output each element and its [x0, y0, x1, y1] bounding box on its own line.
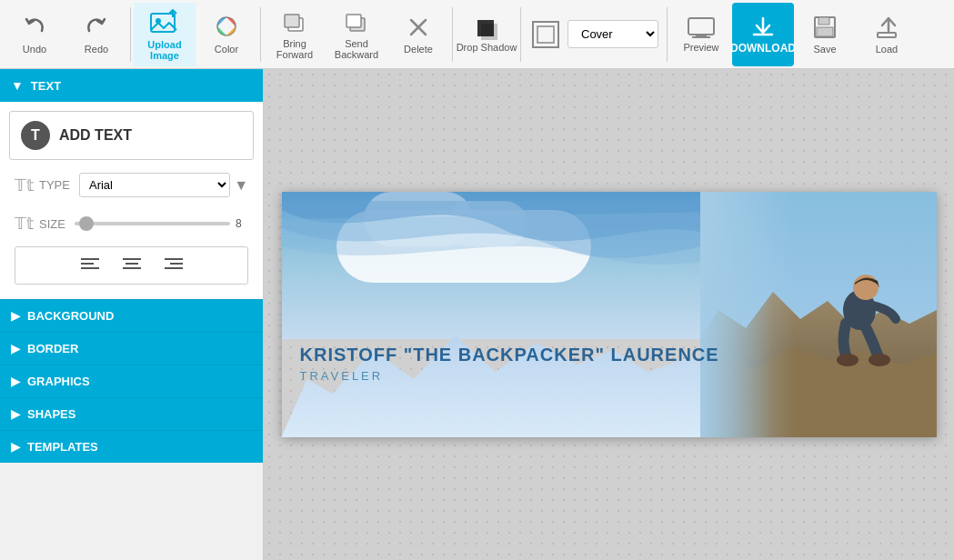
- shapes-section-header[interactable]: ▶ SHAPES: [0, 397, 263, 430]
- save-icon: [812, 15, 838, 40]
- person-silhouette: [837, 275, 896, 366]
- svg-rect-30: [700, 192, 937, 437]
- delete-button[interactable]: Delete: [387, 3, 449, 66]
- svg-rect-11: [481, 24, 497, 40]
- chevron-right-icon-bg: ▶: [11, 309, 20, 323]
- templates-section-header[interactable]: ▶ TEMPLATES: [0, 430, 263, 463]
- graphics-section-header[interactable]: ▶ GRAPHICS: [0, 365, 263, 397]
- send-backward-button[interactable]: Send Backward: [326, 3, 387, 66]
- toolbar: Undo Redo Upload Image Color: [0, 0, 954, 69]
- card-text-area: KRISTOFF "THE BACKPACKER" LAURENCE TRAVE…: [300, 345, 719, 383]
- undo-icon: [22, 15, 47, 40]
- upload-image-icon: [149, 8, 180, 35]
- rocks-svg: [700, 192, 937, 437]
- chevron-down-icon: ▼: [11, 78, 24, 93]
- add-text-button[interactable]: T ADD TEXT: [9, 111, 254, 160]
- svg-point-33: [837, 354, 859, 366]
- bring-forward-button[interactable]: Bring Forward: [264, 3, 326, 66]
- type-row: 𝕋𝕥 TYPE Arial Times New Roman Helvetica …: [9, 169, 254, 201]
- chevron-right-icon-shapes: ▶: [11, 407, 20, 421]
- load-button[interactable]: Load: [856, 3, 918, 66]
- svg-rect-7: [346, 15, 361, 27]
- preview-button[interactable]: Preview: [670, 3, 732, 66]
- size-tt-icon: 𝕋𝕥: [15, 214, 34, 234]
- card-name: KRISTOFF "THE BACKPACKER" LAURENCE: [300, 345, 719, 365]
- upload-image-button[interactable]: Upload Image: [134, 3, 196, 66]
- chevron-right-icon-border: ▶: [11, 342, 20, 355]
- align-left-icon: [81, 256, 99, 271]
- color-button[interactable]: Color: [196, 3, 257, 66]
- type-tt-icon: 𝕋𝕥: [15, 175, 34, 195]
- svg-point-34: [869, 354, 890, 366]
- svg-rect-0: [151, 14, 175, 32]
- toolbar-separator-5: [667, 7, 668, 62]
- size-value: 8: [236, 217, 248, 230]
- text-icon: T: [21, 121, 50, 150]
- chevron-right-icon-templates: ▶: [11, 440, 20, 454]
- svg-rect-19: [817, 27, 833, 36]
- toolbar-separator-4: [520, 7, 521, 62]
- toolbar-separator-1: [130, 7, 131, 62]
- photo-blend-overlay: [700, 192, 773, 437]
- drop-shadow-button[interactable]: Drop Shadow: [456, 3, 517, 66]
- bring-forward-icon: [281, 9, 308, 35]
- size-row: 𝕋𝕥 SIZE 8: [9, 210, 254, 237]
- undo-button[interactable]: Undo: [4, 3, 65, 66]
- card-subtitle: TRAVELER: [300, 369, 719, 383]
- size-slider[interactable]: [75, 222, 230, 225]
- toolbar-separator-3: [452, 7, 453, 62]
- frame-icon: [529, 18, 562, 51]
- delete-icon: [406, 15, 431, 40]
- svg-rect-12: [533, 22, 558, 47]
- svg-rect-5: [285, 15, 299, 27]
- align-row: [15, 246, 248, 285]
- main-layout: ▼ TEXT T ADD TEXT 𝕋𝕥 TYPE Arial Times Ne…: [0, 69, 954, 560]
- load-icon: [874, 15, 899, 40]
- align-right-button[interactable]: [157, 253, 190, 278]
- svg-rect-18: [818, 17, 829, 25]
- preview-icon: [687, 16, 716, 38]
- background-section-header[interactable]: ▶ BACKGROUND: [0, 299, 263, 332]
- send-backward-icon: [343, 9, 370, 35]
- drop-shadow-icon: [474, 16, 499, 42]
- cover-select-wrap: Cover Contain Stretch: [529, 18, 658, 51]
- card-canvas[interactable]: KRISTOFF "THE BACKPACKER" LAURENCE TRAVE…: [282, 192, 937, 437]
- align-center-button[interactable]: [115, 253, 148, 278]
- svg-rect-14: [688, 18, 714, 35]
- toolbar-separator-2: [260, 7, 261, 62]
- svg-rect-20: [878, 33, 896, 37]
- cover-dropdown[interactable]: Cover Contain Stretch: [567, 20, 658, 48]
- canvas-area[interactable]: KRISTOFF "THE BACKPACKER" LAURENCE TRAVE…: [264, 69, 954, 560]
- download-icon: [748, 15, 778, 38]
- font-select[interactable]: Arial Times New Roman Helvetica Georgia …: [79, 173, 230, 197]
- border-section-header[interactable]: ▶ BORDER: [0, 332, 263, 365]
- download-button[interactable]: DOWNLOAD: [732, 3, 794, 66]
- align-center-icon: [123, 256, 141, 271]
- save-button[interactable]: Save: [794, 3, 856, 66]
- color-icon: [213, 15, 240, 40]
- sidebar: ▼ TEXT T ADD TEXT 𝕋𝕥 TYPE Arial Times Ne…: [0, 69, 264, 560]
- svg-point-32: [853, 275, 879, 300]
- chevron-right-icon-graphics: ▶: [11, 375, 20, 388]
- align-right-icon: [165, 256, 183, 271]
- svg-point-31: [843, 290, 876, 330]
- redo-icon: [84, 15, 109, 40]
- text-panel: T ADD TEXT 𝕋𝕥 TYPE Arial Times New Roman…: [0, 102, 263, 299]
- redo-button[interactable]: Redo: [65, 3, 127, 66]
- svg-rect-13: [537, 26, 554, 43]
- align-left-button[interactable]: [74, 253, 106, 278]
- dropdown-arrow-icon: ▼: [234, 177, 248, 194]
- card-photo: [700, 192, 937, 437]
- text-section-header[interactable]: ▼ TEXT: [0, 69, 263, 102]
